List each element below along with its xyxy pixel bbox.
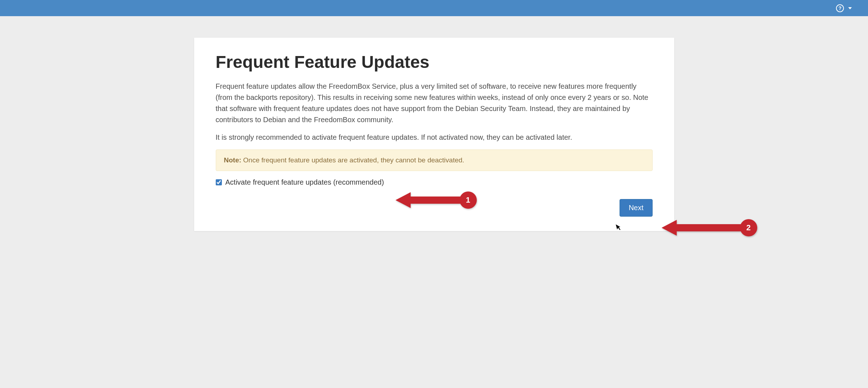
- activate-checkbox-row[interactable]: Activate frequent feature updates (recom…: [216, 178, 653, 186]
- arrow-shaft: [677, 224, 741, 231]
- top-navbar: ?: [0, 0, 868, 16]
- arrow-head-icon: [662, 220, 677, 236]
- chevron-down-icon: [848, 7, 852, 9]
- note-text: Once frequent feature updates are activa…: [241, 156, 464, 164]
- next-button[interactable]: Next: [620, 199, 652, 217]
- intro-paragraph-1: Frequent feature updates allow the Freed…: [216, 81, 653, 125]
- annotation-badge-2: 2: [740, 219, 757, 236]
- note-alert: Note: Once frequent feature updates are …: [216, 149, 653, 171]
- activate-checkbox-label: Activate frequent feature updates (recom…: [225, 178, 384, 186]
- actions-row: Next: [216, 199, 653, 217]
- cursor-icon: [615, 222, 623, 233]
- page-title: Frequent Feature Updates: [216, 52, 653, 72]
- main-card: Frequent Feature Updates Frequent featur…: [194, 38, 674, 231]
- help-icon: ?: [836, 4, 844, 12]
- page-container: Frequent Feature Updates Frequent featur…: [0, 16, 868, 231]
- annotation-arrow-2: 2: [662, 219, 757, 236]
- activate-checkbox[interactable]: [216, 179, 222, 185]
- help-menu[interactable]: ?: [836, 4, 852, 12]
- note-label: Note:: [224, 156, 242, 164]
- intro-paragraph-2: It is strongly recommended to activate f…: [216, 132, 653, 143]
